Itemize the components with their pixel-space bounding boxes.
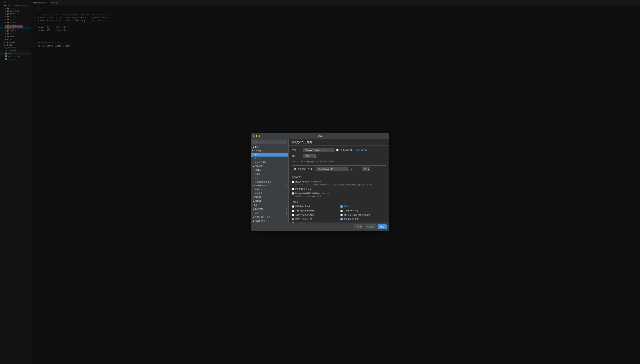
dialog-overlay: 设置 ← → ▶ PHP ▾ 外观与行为	[0, 0, 163, 93]
